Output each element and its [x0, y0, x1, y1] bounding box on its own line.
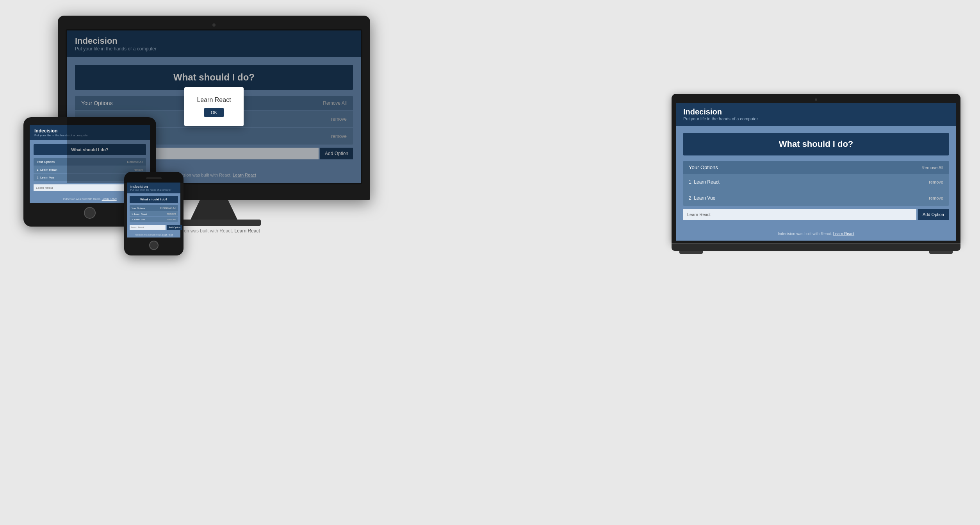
laptop-what-button[interactable]: What should I do?: [683, 133, 949, 155]
laptop-option-row-2: 2. Learn Vue remove: [683, 190, 949, 206]
phone-option-1-remove[interactable]: remove: [167, 212, 176, 215]
phone-app-title: Indecision: [130, 185, 177, 189]
laptop-option-row-1: 1. Learn React remove: [683, 174, 949, 190]
phone-app-footer: Indecision was built with React. Learn R…: [127, 232, 180, 238]
phone-body: Indecision Put your life in the hands of…: [124, 172, 184, 255]
laptop-webcam-dot: [815, 98, 817, 101]
tablet-home-button[interactable]: [84, 207, 96, 219]
monitor-screen-bezel: Indecision Put your life in the hands of…: [66, 29, 362, 184]
phone-option-2-remove[interactable]: remove: [167, 218, 176, 221]
laptop-app-screen: Indecision Put your life in the hands of…: [676, 103, 956, 241]
tablet-option-2-text: 2. Learn Vue: [37, 176, 55, 179]
laptop-app-subtitle: Put your life in the hands of a computer: [683, 116, 949, 121]
phone-add-option-button[interactable]: Add Option: [167, 225, 182, 230]
phone-option-1-text: 1. Learn React: [132, 213, 147, 215]
laptop-option-1-text: 1. Learn React: [689, 179, 720, 185]
monitor-webcam-dot: [212, 23, 216, 27]
laptop-lid: Indecision Put your life in the hands of…: [672, 94, 960, 243]
phone-options-panel: Your Options Remove All 1. Learn React r…: [130, 205, 178, 222]
phone-footer-link[interactable]: Learn React: [162, 234, 173, 236]
laptop-options-panel: Your Options Remove All 1. Learn React r…: [683, 161, 949, 206]
phone-remove-all[interactable]: Remove All: [160, 206, 176, 210]
laptop-add-option-button[interactable]: Add Option: [918, 209, 949, 220]
monitor-modal-ok-button[interactable]: OK: [204, 108, 224, 117]
laptop-footer-text: Indecision was built with React.: [778, 232, 832, 236]
phone-option-row-2: 2. Learn Vue remove: [130, 216, 178, 222]
monitor-modal-text: Learn React: [197, 96, 231, 104]
laptop-app-footer: Indecision was built with React. Learn R…: [676, 227, 956, 241]
phone-option-row-1: 1. Learn React remove: [130, 211, 178, 216]
laptop-option-1-remove[interactable]: remove: [929, 180, 943, 184]
laptop-base: [672, 243, 960, 251]
phone-home-button[interactable]: [149, 241, 159, 250]
laptop-footer-link[interactable]: Learn React: [833, 232, 854, 236]
phone: Indecision Put your life in the hands of…: [124, 172, 184, 255]
laptop-options-header: Your Options Remove All: [683, 161, 949, 174]
tablet-footer-text: Indecision was built with React.: [63, 198, 101, 200]
tablet-add-option-input[interactable]: [34, 184, 124, 191]
phone-app-header: Indecision Put your life in the hands of…: [127, 182, 180, 193]
phone-add-option-input[interactable]: [130, 225, 166, 230]
phone-options-label: Your Options: [132, 207, 145, 209]
monitor-modal-box: Learn React OK: [184, 87, 243, 126]
phone-add-option-row: Add Option: [130, 225, 178, 230]
phone-option-2-text: 2. Learn Vue: [132, 218, 145, 221]
monitor-modal-overlay: Learn React OK: [67, 30, 361, 183]
laptop-option-2-text: 2. Learn Vue: [689, 195, 715, 201]
scene: Indecision Put your life in the hands of…: [0, 0, 980, 525]
phone-footer-text: Indecision was built with React.: [135, 234, 162, 236]
laptop-options-label: Your Options: [689, 164, 718, 170]
monitor-below-footer-link[interactable]: Learn React: [234, 228, 260, 234]
phone-options-header: Your Options Remove All: [130, 205, 178, 211]
laptop-option-2-remove[interactable]: remove: [929, 196, 943, 200]
laptop-add-option-input[interactable]: [683, 209, 916, 220]
laptop-app-header: Indecision Put your life in the hands of…: [676, 103, 956, 126]
monitor-stand: [191, 200, 237, 220]
phone-app-subtitle: Put your life in the hands of a computer: [130, 189, 177, 191]
laptop: Indecision Put your life in the hands of…: [672, 94, 960, 254]
tablet-footer-link[interactable]: Learn React: [102, 198, 117, 200]
laptop-remove-all[interactable]: Remove All: [921, 165, 943, 170]
monitor-body: Indecision Put your life in the hands of…: [58, 16, 370, 200]
phone-what-button[interactable]: What should I do?: [130, 196, 178, 203]
laptop-add-option-row: Add Option: [683, 209, 949, 220]
tablet-option-1-text: 1. Learn React: [37, 168, 57, 171]
laptop-foot-left: [679, 251, 703, 254]
laptop-feet: [672, 251, 960, 254]
monitor-footer-below: Indecision was built with React. Learn R…: [58, 226, 370, 236]
phone-app-main: What should I do? Your Options Remove Al…: [127, 193, 180, 232]
laptop-app-title: Indecision: [683, 107, 949, 116]
laptop-foot-right: [929, 251, 953, 254]
laptop-app-main: What should I do? Your Options Remove Al…: [676, 126, 956, 227]
monitor-screen-wrapper: Indecision Put your life in the hands of…: [67, 30, 361, 183]
phone-app-screen: Indecision Put your life in the hands of…: [127, 182, 180, 238]
tablet-options-label: Your Options: [37, 160, 55, 164]
